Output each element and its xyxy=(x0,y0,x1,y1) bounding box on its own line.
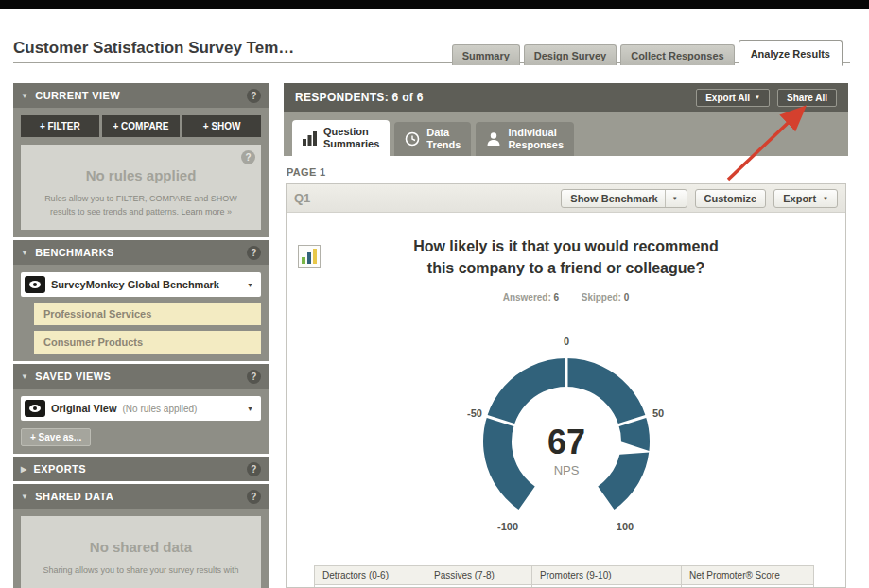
shared-data-title: SHARED DATA xyxy=(35,491,113,502)
shared-data-header[interactable]: ▼ SHARED DATA ? xyxy=(13,484,269,509)
tab-data-trends[interactable]: Data Trends xyxy=(394,122,471,156)
show-button[interactable]: + SHOW xyxy=(182,115,261,137)
benchmarks-header[interactable]: ▼ BENCHMARKS ? xyxy=(13,240,269,265)
question-title: How likely is it that you would recommen… xyxy=(287,235,845,279)
no-shared-data-text: Sharing allows you to share your survey … xyxy=(34,564,248,578)
browser-top-bar xyxy=(0,0,869,9)
share-all-label: Share All xyxy=(787,93,827,103)
question-chart-type-icon[interactable] xyxy=(298,245,321,271)
filter-button[interactable]: + FILTER xyxy=(21,115,99,137)
question-meta: Answered: 6 Skipped: 0 xyxy=(287,292,845,303)
current-view-title: CURRENT VIEW xyxy=(35,90,120,101)
collapse-arrow-icon: ▶ xyxy=(21,465,27,474)
benchmarks-section: ▼ BENCHMARKS ? SurveyMonkey Global Bench… xyxy=(13,240,269,361)
tab-summary[interactable]: Summary xyxy=(452,44,520,65)
table-header-row: Detractors (0-6) Passives (7-8) Promoter… xyxy=(315,566,814,585)
tab-individual-responses[interactable]: Individual Responses xyxy=(476,122,574,156)
respondents-count: RESPONDENTS: 6 of 6 xyxy=(295,91,424,104)
saved-view-note: (No rules applied) xyxy=(123,404,198,414)
benchmark-selected: SurveyMonkey Global Benchmark xyxy=(51,279,219,290)
saved-views-header[interactable]: ▼ SAVED VIEWS ? xyxy=(13,364,269,389)
tab-collect-responses[interactable]: Collect Responses xyxy=(620,44,734,65)
exports-header[interactable]: ▶ EXPORTS ? xyxy=(13,457,269,481)
sidebar: ▼ CURRENT VIEW ? + FILTER + COMPARE + SH… xyxy=(13,83,269,588)
saved-views-section: ▼ SAVED VIEWS ? Original View (No rules … xyxy=(13,364,269,454)
gauge-label-neg100: -100 xyxy=(496,521,517,532)
col-promoters: Promoters (9-10) xyxy=(532,566,682,585)
help-icon[interactable]: ? xyxy=(247,370,261,384)
benchmarks-title: BENCHMARKS xyxy=(35,247,113,258)
show-benchmark-button[interactable]: Show Benchmark ▼ xyxy=(561,189,687,208)
results-view-tabs: Question Summaries Data Trends Individua… xyxy=(284,112,848,156)
help-icon[interactable]: ? xyxy=(247,246,261,260)
respondents-actions: Export All ▼ Share All xyxy=(696,89,837,107)
tab-design-survey[interactable]: Design Survey xyxy=(524,44,617,65)
saved-view-dropdown[interactable]: Original View (No rules applied) ▼ xyxy=(21,396,261,421)
chevron-down-icon: ▼ xyxy=(823,196,828,201)
exports-section: ▶ EXPORTS ? xyxy=(13,457,269,481)
help-icon[interactable]: ? xyxy=(241,150,255,164)
eye-icon xyxy=(25,400,45,417)
no-shared-data-box: No shared data Sharing allows you to sha… xyxy=(21,516,261,588)
share-all-button[interactable]: Share All xyxy=(777,89,837,107)
compare-button[interactable]: + COMPARE xyxy=(102,115,181,137)
collapse-arrow-icon: ▼ xyxy=(21,92,28,100)
saved-views-body: Original View (No rules applied) ▼ + Sav… xyxy=(13,389,269,454)
survey-nav-tabs: Summary Design Survey Collect Responses … xyxy=(452,40,843,65)
help-icon[interactable]: ? xyxy=(247,462,261,476)
cell-passives: 33% 2 xyxy=(426,585,532,588)
help-icon[interactable]: ? xyxy=(247,89,261,103)
clock-icon xyxy=(405,131,420,147)
benchmark-item-consumer-products[interactable]: Consumer Products xyxy=(34,331,261,354)
cell-nps-score: 67 xyxy=(682,585,814,588)
tab-question-summaries[interactable]: Question Summaries xyxy=(292,120,390,156)
nps-gauge: 0 -50 50 -100 100 67 NPS xyxy=(443,330,689,553)
gauge-label-pos100: 100 xyxy=(616,521,633,532)
chevron-down-icon: ▼ xyxy=(247,282,253,288)
table-row: 0 0 33% 2 67% 4 67 xyxy=(315,585,814,588)
eye-icon xyxy=(25,276,45,293)
chevron-down-icon: ▼ xyxy=(247,406,253,412)
export-all-label: Export All xyxy=(705,93,750,103)
export-all-button[interactable]: Export All ▼ xyxy=(696,89,770,107)
current-view-header[interactable]: ▼ CURRENT VIEW ? xyxy=(13,83,269,108)
current-view-section: ▼ CURRENT VIEW ? + FILTER + COMPARE + SH… xyxy=(13,83,269,237)
nps-gauge-svg: 0 -50 50 -100 100 67 NPS xyxy=(443,330,689,553)
tab-analyze-results[interactable]: Analyze Results xyxy=(739,40,843,66)
cell-detractors: 0 0 xyxy=(315,585,426,588)
answered-label: Answered: xyxy=(503,292,551,303)
bar-chart-icon xyxy=(303,131,317,146)
col-nps-score: Net Promoter® Score xyxy=(682,566,814,585)
help-icon[interactable]: ? xyxy=(247,490,261,504)
no-rules-box: ? No rules applied Rules allow you to FI… xyxy=(21,145,261,230)
export-label: Export xyxy=(783,193,816,204)
rule-buttons: + FILTER + COMPARE + SHOW xyxy=(21,115,261,137)
benchmark-dropdown[interactable]: SurveyMonkey Global Benchmark ▼ xyxy=(21,272,261,297)
page-title: Customer Satisfaction Survey Tem… xyxy=(13,39,294,58)
chevron-down-icon: ▼ xyxy=(672,196,678,201)
collapse-arrow-icon: ▼ xyxy=(21,493,28,501)
col-passives: Passives (7-8) xyxy=(426,566,532,585)
benchmark-item-professional-services[interactable]: Professional Services xyxy=(34,303,261,325)
skipped-value: 0 xyxy=(624,292,630,303)
person-icon xyxy=(486,131,501,147)
exports-title: EXPORTS xyxy=(34,463,86,475)
learn-more-link[interactable]: Learn more » xyxy=(182,207,233,216)
button-divider xyxy=(665,190,666,207)
question-panel: Q1 Show Benchmark ▼ Customize Export ▼ H… xyxy=(286,183,846,588)
chevron-down-icon: ▼ xyxy=(755,95,760,100)
customize-label: Customize xyxy=(704,193,757,204)
saved-views-title: SAVED VIEWS xyxy=(35,371,111,382)
respondents-bar: RESPONDENTS: 6 of 6 Export All ▼ Share A… xyxy=(284,83,848,112)
show-benchmark-label: Show Benchmark xyxy=(570,193,657,204)
gauge-label-zero: 0 xyxy=(563,336,568,347)
save-as-button[interactable]: + Save as... xyxy=(21,428,91,446)
export-button[interactable]: Export ▼ xyxy=(773,189,838,208)
collapse-arrow-icon: ▼ xyxy=(21,249,28,257)
current-view-body: + FILTER + COMPARE + SHOW ? No rules app… xyxy=(13,108,269,237)
question-id: Q1 xyxy=(294,191,310,205)
nps-value: 67 xyxy=(547,423,584,461)
cell-promoters: 67% 4 xyxy=(532,585,682,588)
nps-value-label: NPS xyxy=(553,463,579,477)
customize-button[interactable]: Customize xyxy=(695,189,767,208)
